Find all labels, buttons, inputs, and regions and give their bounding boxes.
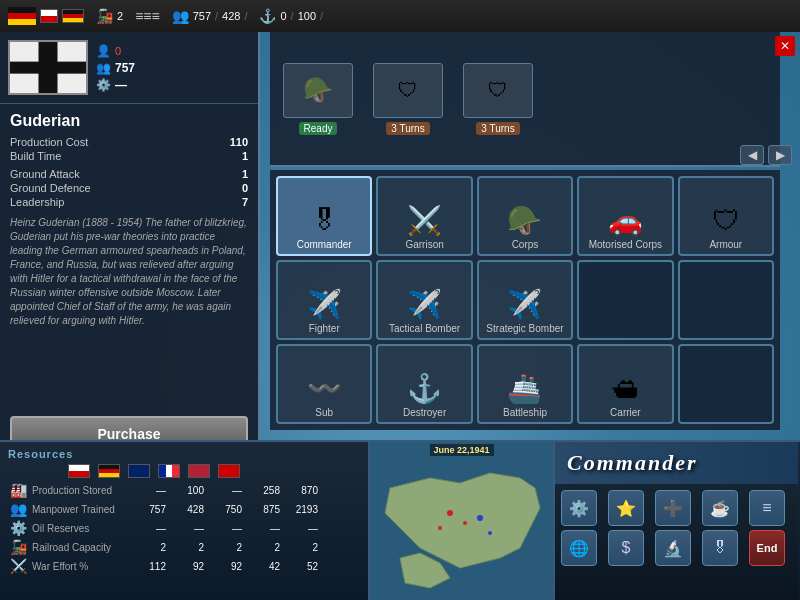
resource-row-4: ⚔️War Effort %11292924252 — [8, 558, 360, 574]
resource-label-0: Production Stored — [32, 485, 132, 496]
unit-cell-name-5: Fighter — [309, 323, 340, 334]
commander-btn-add[interactable]: ➕ — [655, 490, 691, 526]
unit-cell-8[interactable] — [577, 260, 673, 340]
unit-cell-name-10: Sub — [315, 407, 333, 418]
resource-val-0-0: — — [136, 485, 166, 496]
unit-cell-img-6: ✈️ — [407, 291, 442, 319]
unit-cell-12[interactable]: 🚢Battleship — [477, 344, 573, 424]
queue-item-0[interactable]: 🪖 Ready — [278, 63, 358, 135]
mini-map-svg — [370, 458, 555, 600]
queue-unit-img-1: 🛡 — [373, 63, 443, 118]
map-date: June 22,1941 — [429, 444, 493, 456]
unit-cell-img-4: 🛡 — [712, 207, 740, 235]
resource-val-3-3: 2 — [250, 542, 280, 553]
close-button[interactable]: ✕ — [775, 36, 795, 56]
unit-cell-11[interactable]: ⚓Destroyer — [376, 344, 472, 424]
nav-arrows: ◀ ▶ — [740, 145, 792, 165]
unit-cell-2[interactable]: 🪖Corps — [477, 176, 573, 256]
unit-cell-name-13: Carrier — [610, 407, 641, 418]
resource-val-1-3: 875 — [250, 504, 280, 515]
unit-stat-gear: ⚙️ — — [96, 78, 135, 92]
resource-val-3-2: 2 — [212, 542, 242, 553]
build-time-val: 1 — [242, 150, 248, 162]
commander-btn-cup[interactable]: ☕ — [702, 490, 738, 526]
unit-cell-img-7: ✈️ — [507, 291, 542, 319]
train-val: 2 — [117, 10, 123, 22]
prev-arrow[interactable]: ◀ — [740, 145, 764, 165]
manpower-val: 757 — [193, 10, 211, 22]
resource-val-4-2: 92 — [212, 561, 242, 572]
unit-cell-img-11: ⚓ — [407, 375, 442, 403]
queue-unit-img-2: 🛡 — [463, 63, 533, 118]
unit-selection-grid: 🎖Commander⚔️Garrison🪖Corps🚗Motorised Cor… — [270, 170, 780, 430]
leadership-label: Leadership — [10, 196, 64, 208]
unit-cell-14[interactable] — [678, 344, 774, 424]
resources-panel: Resources 🏭Production Stored—100—258870👥… — [0, 442, 370, 600]
unit-cell-img-1: ⚔️ — [407, 207, 442, 235]
commander-btn-menu[interactable]: ≡ — [749, 490, 785, 526]
queue-badge-2: 3 Turns — [476, 122, 519, 135]
res-flag-fra — [158, 464, 180, 478]
resource-label-1: Manpower Trained — [32, 504, 132, 515]
unit-cell-img-2: 🪖 — [507, 207, 542, 235]
production-cost-val: 110 — [230, 136, 248, 148]
commander-btn-end-turn[interactable]: End — [749, 530, 785, 566]
manpower-max: 428 — [222, 10, 240, 22]
unit-cell-13[interactable]: 🛳Carrier — [577, 344, 673, 424]
unit-cell-9[interactable] — [678, 260, 774, 340]
resource-vals-4: 11292924252 — [136, 561, 360, 572]
resource-icon-4: ⚔️ — [8, 558, 28, 574]
gear-val: — — [115, 78, 127, 92]
resource-val-2-1: — — [174, 523, 204, 534]
infantry-red-val: 0 — [115, 45, 121, 57]
unit-cell-4[interactable]: 🛡Armour — [678, 176, 774, 256]
unit-cell-3[interactable]: 🚗Motorised Corps — [577, 176, 673, 256]
unit-cell-name-0: Commander — [297, 239, 352, 250]
unit-queue: 🪖 Ready 🛡 3 Turns 🛡 3 Turns — [270, 32, 780, 167]
resource-val-1-2: 750 — [212, 504, 242, 515]
queue-item-2[interactable]: 🛡 3 Turns — [458, 63, 538, 135]
ships-val: 0 — [280, 10, 286, 22]
commander-btn-dollar[interactable]: $ — [608, 530, 644, 566]
resource-val-2-0: — — [136, 523, 166, 534]
resource-val-4-0: 112 — [136, 561, 166, 572]
resource-val-0-1: 100 — [174, 485, 204, 496]
unit-cell-6[interactable]: ✈️Tactical Bomber — [376, 260, 472, 340]
commander-btn-medal[interactable]: 🎖 — [702, 530, 738, 566]
resource-val-2-2: — — [212, 523, 242, 534]
res-flag-usa — [188, 464, 210, 478]
german-flag — [8, 7, 36, 25]
mini-map[interactable]: June 22,1941 — [370, 442, 555, 600]
queue-item-1[interactable]: 🛡 3 Turns — [368, 63, 448, 135]
commander-btn-science[interactable]: 🔬 — [655, 530, 691, 566]
resource-val-4-3: 42 — [250, 561, 280, 572]
resource-vals-1: 7574287508752193 — [136, 504, 360, 515]
unit-cell-7[interactable]: ✈️Strategic Bomber — [477, 260, 573, 340]
resource-row-3: 🚂Railroad Capacity22222 — [8, 539, 360, 555]
commander-btn-settings[interactable]: ⚙️ — [561, 490, 597, 526]
unit-cell-5[interactable]: ✈️Fighter — [276, 260, 372, 340]
res-flag-ger — [98, 464, 120, 478]
resource-row-0: 🏭Production Stored—100—258870 — [8, 482, 360, 498]
unit-cell-1[interactable]: ⚔️Garrison — [376, 176, 472, 256]
commander-title: Commander — [555, 442, 798, 484]
unit-cell-name-2: Corps — [512, 239, 539, 250]
unit-cell-name-6: Tactical Bomber — [389, 323, 460, 334]
commander-btn-globe[interactable]: 🌐 — [561, 530, 597, 566]
resource-row-2: ⚙️Oil Reserves————— — [8, 520, 360, 536]
manpower2-val: 757 — [115, 61, 135, 75]
ships-max: 100 — [298, 10, 316, 22]
leadership-val: 7 — [242, 196, 248, 208]
infantry-icon: 👤 — [96, 44, 111, 58]
train-icon: 🚂 — [96, 8, 113, 24]
resource-row-1: 👥Manpower Trained7574287508752193 — [8, 501, 360, 517]
unit-cell-0[interactable]: 🎖Commander — [276, 176, 372, 256]
svg-point-6 — [488, 531, 492, 535]
unit-cell-10[interactable]: 〰️Sub — [276, 344, 372, 424]
next-arrow[interactable]: ▶ — [768, 145, 792, 165]
commander-btn-star[interactable]: ⭐ — [608, 490, 644, 526]
resource-val-2-4: — — [288, 523, 318, 534]
resources-title: Resources — [8, 448, 360, 460]
svg-marker-0 — [385, 473, 540, 568]
resource-vals-2: ————— — [136, 523, 360, 534]
